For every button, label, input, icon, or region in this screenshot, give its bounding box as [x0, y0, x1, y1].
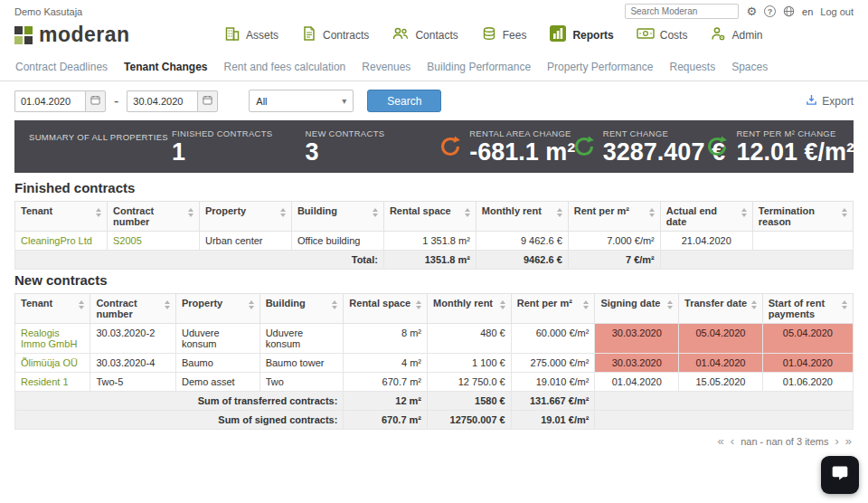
column-header-tenant[interactable]: Tenant — [15, 202, 108, 232]
summary-bar: Summary of all properties Finished contr… — [14, 120, 854, 173]
column-header-monthly-rent[interactable]: Monthly rent — [428, 294, 512, 324]
language-label[interactable]: en — [802, 6, 813, 17]
table-row: Realogis Immo GmbH 30.03.2020-2 Uduvere … — [15, 324, 854, 354]
column-header-actual-end-date[interactable]: Actual end date — [660, 202, 752, 232]
sort-icon — [741, 205, 747, 227]
building-cell: Uduvere konsum — [259, 324, 344, 354]
column-header-building[interactable]: Building — [291, 202, 383, 232]
column-header-signing-date[interactable]: Signing date — [595, 294, 679, 324]
contract-number-cell: 30.03.2020-2 — [90, 324, 176, 354]
monthly-rent-cell: 1 100 € — [428, 354, 512, 373]
column-header-building[interactable]: Building — [259, 294, 344, 324]
pagination-first-button[interactable]: « — [718, 435, 724, 447]
tenant-link[interactable]: CleaningPro Ltd — [21, 235, 92, 246]
filter-bar: - All ▾ Search Export — [0, 81, 868, 119]
nav-contacts[interactable]: Contacts — [392, 25, 458, 44]
date-to-calendar-button[interactable] — [197, 90, 218, 112]
column-header-property[interactable]: Property — [175, 294, 259, 324]
help-icon[interactable]: ? — [764, 5, 776, 17]
column-header-transfer-date[interactable]: Transfer date — [679, 294, 763, 324]
language-globe-icon[interactable] — [783, 5, 795, 17]
date-from-input[interactable] — [14, 90, 85, 112]
stat-finished-contracts: Finished contracts 1 — [172, 128, 306, 165]
nav-assets[interactable]: Assets — [224, 25, 278, 44]
tab-tenant-changes[interactable]: Tenant Changes — [116, 53, 215, 81]
sum-monthly-rent: 12750.007 € — [428, 411, 512, 430]
nav-contracts[interactable]: Contracts — [301, 25, 369, 44]
column-header-termination-reason[interactable]: Termination reason — [752, 202, 853, 232]
tab-building-performance[interactable]: Building Performance — [419, 53, 539, 81]
logo-text: moderan — [39, 23, 130, 47]
column-header-rental-space[interactable]: Rental space — [344, 294, 428, 324]
user-name[interactable]: Demo Kasutaja — [14, 6, 82, 17]
sort-icon — [280, 205, 286, 217]
sum-rental-space: 670.7 m² — [344, 411, 428, 430]
global-search-input[interactable] — [625, 4, 739, 19]
transfer-date-cell: 01.04.2020 — [679, 354, 763, 373]
total-label: Total: — [15, 251, 384, 270]
pagination-next-button[interactable]: › — [835, 435, 838, 447]
tab-requests[interactable]: Requests — [661, 53, 723, 81]
column-header-start-of-rent-payments[interactable]: Start of rent payments — [762, 294, 853, 324]
pagination-last-button[interactable]: » — [845, 435, 852, 447]
date-to-input[interactable] — [127, 90, 197, 112]
table-row: Resident 1 Two-5 Demo asset Two 670.7 m²… — [15, 373, 854, 392]
sort-icon — [332, 298, 337, 309]
tab-rent-and-fees-calculation[interactable]: Rent and fees calculation — [216, 53, 354, 81]
tab-spaces[interactable]: Spaces — [723, 53, 776, 81]
sort-icon — [583, 298, 589, 309]
pagination-status: nan - nan of 3 items — [741, 436, 828, 447]
nav-reports[interactable]: Reports — [549, 24, 613, 45]
monthly-rent-cell: 12 750.0 € — [428, 373, 512, 392]
tab-contract-deadlines[interactable]: Contract Deadlines — [7, 53, 116, 81]
nav-fees[interactable]: Fees — [481, 25, 527, 44]
rent-per-m2-cell: 7.000 €/m² — [568, 232, 660, 251]
document-icon — [301, 25, 317, 44]
property-cell: Uduvere konsum — [175, 324, 259, 354]
coins-icon — [481, 25, 497, 44]
sum-empty-cell — [595, 392, 854, 411]
tenant-link[interactable]: Resident 1 — [21, 376, 69, 387]
logout-link[interactable]: Log out — [820, 6, 854, 17]
column-header-rental-space[interactable]: Rental space — [383, 202, 476, 232]
moderan-logo[interactable]: moderan — [14, 23, 192, 47]
search-button[interactable]: Search — [367, 90, 441, 112]
settings-gear-icon[interactable]: ⚙ — [746, 5, 757, 17]
column-header-monthly-rent[interactable]: Monthly rent — [476, 202, 568, 232]
main-header: moderan Assets Contracts Contacts Fees R… — [0, 21, 868, 53]
people-icon — [392, 25, 410, 44]
export-link[interactable]: Export — [806, 94, 854, 109]
property-filter-select[interactable]: All ▾ — [249, 90, 354, 112]
total-monthly-rent: 9462.6 € — [476, 251, 568, 270]
signing-date-cell: 30.03.2020 — [595, 354, 679, 373]
actual-end-date-cell: 21.04.2020 — [660, 232, 752, 251]
column-header-contract-number[interactable]: Contract number — [107, 202, 199, 232]
stat-value: -681.1 m² — [469, 140, 575, 165]
nav-admin[interactable]: Admin — [710, 25, 762, 44]
contract-number-cell: 30.03.2020-4 — [90, 354, 176, 373]
admin-user-icon — [710, 25, 726, 44]
column-header-tenant[interactable]: Tenant — [15, 294, 90, 324]
page: Demo Kasutaja ⚙ ? en Log out moderan Ass… — [0, 0, 868, 503]
column-header-contract-number[interactable]: Contract number — [90, 294, 176, 324]
start-of-rent-payments-cell: 01.06.2020 — [762, 373, 853, 392]
calendar-icon — [203, 94, 212, 108]
signing-date-cell: 30.03.2020 — [595, 324, 679, 354]
header-row: Tenant Contract number Property Building… — [15, 202, 854, 232]
tenant-link[interactable]: Õlimüüja OÜ — [21, 357, 78, 368]
chat-button[interactable] — [821, 456, 859, 494]
tab-property-performance[interactable]: Property Performance — [539, 53, 661, 81]
nav-costs[interactable]: Costs — [637, 26, 688, 43]
trend-down-icon — [439, 135, 462, 158]
tenant-link[interactable]: Realogis Immo GmbH — [21, 327, 77, 349]
date-from-calendar-button[interactable] — [85, 90, 106, 112]
column-header-property[interactable]: Property — [199, 202, 291, 232]
column-header-rent-per-m2[interactable]: Rent per m² — [568, 202, 660, 232]
building-cell: Baumo tower — [259, 354, 344, 373]
pagination-prev-button[interactable]: ‹ — [731, 435, 734, 447]
column-header-rent-per-m2[interactable]: Rent per m² — [511, 294, 595, 324]
contract-number-link[interactable]: S2005 — [113, 235, 142, 246]
sort-icon — [96, 205, 101, 217]
sum-rental-space: 12 m² — [344, 392, 428, 411]
tab-revenues[interactable]: Revenues — [354, 53, 419, 81]
